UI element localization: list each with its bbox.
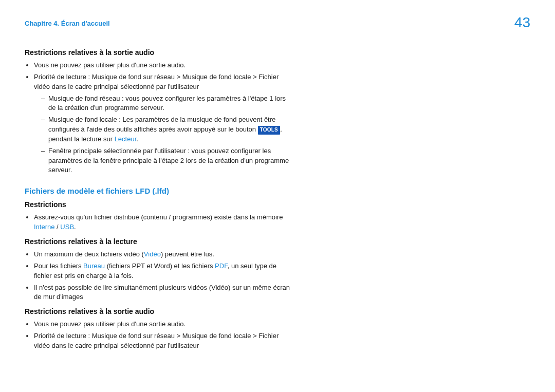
page-content: Restrictions relatives à la sortie audio… [25,48,292,351]
page-header: Chapitre 4. Écran d'accueil 43 [25,20,530,30]
chapter-title: Chapitre 4. Écran d'accueil [25,20,110,27]
page-number: 43 [514,15,530,30]
highlight-usb: USB [60,223,74,231]
text: Assurez-vous qu'un fichier distribué (co… [34,213,283,221]
highlight-pdf: PDF [215,262,228,270]
subheading-audio-2: Restrictions relatives à la sortie audio [25,307,292,315]
highlight-interne: Interne [34,223,54,231]
dash-list: Musique de fond réseau : vous pouvez con… [34,94,292,176]
section-heading-audio-1: Restrictions relatives à la sortie audio [25,48,292,57]
list-item: Pour les fichiers Bureau (fichiers PPT e… [34,262,292,281]
tools-badge: TOOLS [258,126,280,135]
subheading-lecture: Restrictions relatives à la lecture [25,237,292,246]
section-heading-lfd: Fichiers de modèle et fichiers LFD (.lfd… [25,186,292,195]
list-item: Il n'est pas possible de lire simultaném… [34,283,292,303]
highlight-bureau: Bureau [83,262,105,270]
bullet-list: Un maximum de deux fichiers vidéo (Vidéo… [25,250,292,302]
text: Pour les fichiers [34,262,83,270]
highlight-lecteur: Lecteur [115,135,137,143]
list-item: Vous ne pouvez pas utiliser plus d'une s… [34,320,292,329]
text: ) peuvent être lus. [161,250,214,258]
list-item: Un maximum de deux fichiers vidéo (Vidéo… [34,250,292,259]
text: (fichiers PPT et Word) et les fichiers [105,262,215,270]
list-item: Musique de fond réseau : vous pouvez con… [41,94,292,114]
subheading-restrictions: Restrictions [25,200,292,209]
text: / [54,223,60,231]
text: . [136,135,138,143]
list-item: Assurez-vous qu'un fichier distribué (co… [34,213,292,232]
list-item: Fenêtre principale sélectionnée par l'ut… [41,146,292,176]
list-item: Priorité de lecture : Musique de fond su… [34,72,292,175]
text: . [74,223,76,231]
list-item: Musique de fond locale : Les paramètres … [41,115,292,144]
bullet-list: Assurez-vous qu'un fichier distribué (co… [25,213,292,232]
document-page: Chapitre 4. Écran d'accueil 43 Restricti… [0,0,555,374]
highlight-video: Vidéo [144,250,161,258]
list-item: Vous ne pouvez pas utiliser plus d'une s… [34,61,292,70]
text: Un maximum de deux fichiers vidéo ( [34,250,144,258]
bullet-list: Vous ne pouvez pas utiliser plus d'une s… [25,61,292,175]
bullet-list: Vous ne pouvez pas utiliser plus d'une s… [25,320,292,351]
text: Priorité de lecture : Musique de fond su… [34,73,279,90]
list-item: Priorité de lecture : Musique de fond su… [34,331,292,351]
text: Musique de fond locale : Les paramètres … [48,116,275,133]
